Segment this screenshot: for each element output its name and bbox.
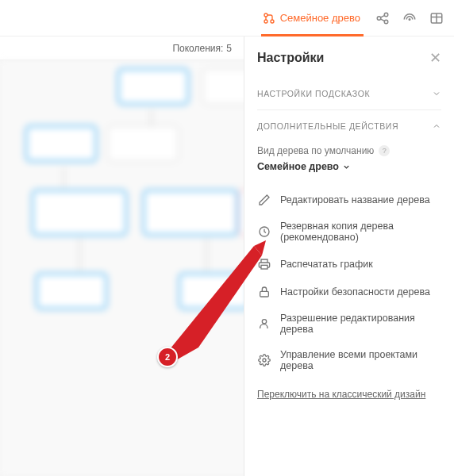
- print-icon: [257, 257, 271, 271]
- gauge-icon: [402, 11, 417, 25]
- action-manage-projects[interactable]: Управление всеми проектами дерева: [257, 343, 441, 378]
- table-icon: [429, 11, 444, 25]
- default-tree-value: Семейное древо: [257, 161, 339, 172]
- section-additional-toggle[interactable]: ДОПОЛНИТЕЛЬНЫЕ ДЕЙСТВИЯ: [257, 113, 441, 139]
- svg-point-12: [263, 359, 266, 362]
- svg-rect-9: [261, 265, 267, 269]
- svg-point-4: [384, 13, 388, 17]
- action-print[interactable]: Распечатать график: [257, 251, 441, 277]
- svg-point-2: [264, 20, 267, 23]
- svg-point-5: [384, 20, 388, 24]
- view-table-button[interactable]: [429, 10, 444, 26]
- action-edit-name[interactable]: Редактировать название дерева: [257, 186, 441, 213]
- annotation-badge: 2: [157, 347, 178, 367]
- action-label: Управление всеми проектами дерева: [280, 349, 441, 371]
- svg-point-11: [262, 320, 266, 324]
- svg-point-0: [264, 13, 267, 17]
- share-icon: [375, 11, 390, 25]
- chevron-down-icon: [342, 163, 351, 171]
- gear-icon: [257, 354, 271, 367]
- top-bar: Семейное древо: [0, 0, 454, 36]
- generations-label: Поколения:: [172, 43, 223, 54]
- panel-title: Настройки: [257, 51, 324, 65]
- default-tree-label: Вид дерева по умолчанию: [257, 145, 374, 156]
- annotation-badge-number: 2: [165, 352, 170, 362]
- classic-design-link[interactable]: Переключить на классический дизайн: [257, 389, 425, 400]
- action-label: Резервная копия дерева (рекомендовано): [280, 221, 441, 243]
- default-tree-dropdown[interactable]: Семейное древо: [257, 161, 441, 172]
- action-backup[interactable]: Резервная копия дерева (рекомендовано): [257, 214, 441, 249]
- chevron-down-icon: [432, 89, 441, 98]
- action-list: Редактировать название дерева Резервная …: [257, 186, 441, 378]
- tab-family-tree[interactable]: Семейное древо: [261, 0, 364, 36]
- action-label: Распечатать график: [280, 259, 373, 270]
- chevron-up-icon: [432, 121, 441, 131]
- clock-icon: [257, 225, 271, 239]
- action-label: Разрешение редактирования дерева: [280, 313, 441, 335]
- tab-label: Семейное древо: [280, 12, 360, 24]
- action-permissions[interactable]: Разрешение редактирования дерева: [257, 306, 441, 341]
- action-security[interactable]: Настройки безопасности дерева: [257, 278, 441, 305]
- help-icon[interactable]: ?: [379, 145, 390, 156]
- person-icon: [257, 317, 271, 331]
- settings-panel: Настройки ✕ НАСТРОЙКИ ПОДСКАЗОК ДОПОЛНИТ…: [244, 36, 454, 476]
- svg-point-3: [377, 16, 381, 20]
- view-graph-button[interactable]: [375, 10, 391, 26]
- svg-point-6: [409, 18, 410, 20]
- action-label: Настройки безопасности дерева: [280, 286, 430, 298]
- section-hints-toggle[interactable]: НАСТРОЙКИ ПОДСКАЗОК: [257, 81, 441, 106]
- view-fan-button[interactable]: [402, 10, 417, 26]
- section-hints-label: НАСТРОЙКИ ПОДСКАЗОК: [257, 89, 370, 98]
- action-label: Редактировать название дерева: [280, 194, 430, 205]
- tree-icon: [263, 12, 275, 25]
- pencil-icon: [257, 193, 271, 206]
- svg-rect-10: [260, 291, 268, 297]
- close-button[interactable]: ✕: [429, 51, 441, 65]
- section-additional-label: ДОПОЛНИТЕЛЬНЫЕ ДЕЙСТВИЯ: [257, 121, 398, 131]
- svg-point-1: [271, 20, 274, 23]
- lock-icon: [257, 285, 271, 298]
- generations-value: 5: [226, 43, 232, 54]
- divider: [257, 109, 441, 110]
